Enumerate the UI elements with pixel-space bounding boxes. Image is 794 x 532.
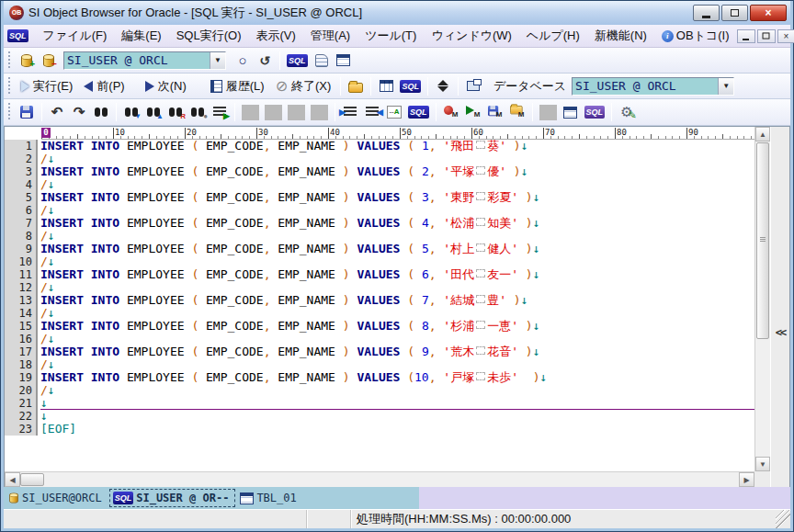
code-line[interactable]: ↓ — [40, 397, 754, 410]
code-line[interactable]: INSERT INTO EMPLOYEE ( EMP_CODE, EMP_NAM… — [40, 294, 754, 307]
outdent-button[interactable]: ◀ — [361, 101, 383, 123]
menu-item[interactable]: ウィンドウ(W) — [424, 25, 518, 47]
mdi-minimize-button[interactable] — [737, 29, 755, 43]
code-line[interactable]: /↓ — [40, 307, 754, 320]
code-line[interactable]: [EOF] — [40, 423, 754, 436]
code-line[interactable]: INSERT INTO EMPLOYEE ( EMP_CODE, EMP_NAM… — [40, 371, 754, 384]
menu-item[interactable]: iOBトコ(I) — [654, 25, 737, 47]
code-line[interactable]: INSERT INTO EMPLOYEE ( EMP_CODE, EMP_NAM… — [40, 217, 754, 230]
goto-line-button[interactable]: ▶ — [209, 101, 231, 123]
window-layout-button[interactable] — [462, 75, 484, 97]
database-combo[interactable]: SI_USER @ ORCL ▼ — [572, 77, 734, 96]
code-line[interactable]: /↓ — [40, 255, 754, 268]
find-button[interactable] — [90, 101, 112, 123]
cancel-query-button[interactable]: ○ — [232, 50, 254, 72]
macro-play-button[interactable]: M — [462, 101, 484, 123]
session-combo[interactable]: SI_USER @ ORCL ▼ — [63, 51, 226, 70]
sql-format-button[interactable]: SQL — [405, 101, 432, 123]
session-combo-dropdown[interactable]: ▼ — [210, 52, 225, 69]
wait-toggle-button[interactable] — [432, 75, 454, 97]
menu-item[interactable]: 表示(V) — [248, 25, 302, 47]
connect-button[interactable]: + — [16, 50, 38, 72]
scroll-right-icon[interactable]: ▶ — [739, 472, 754, 487]
redo-button[interactable]: ↷ — [68, 101, 90, 123]
result-window-button[interactable] — [560, 101, 582, 123]
scroll-up-icon[interactable]: ▲ — [755, 127, 770, 141]
database-combo-dropdown[interactable]: ▼ — [718, 78, 733, 95]
code-line[interactable]: INSERT INTO EMPLOYEE ( EMP_CODE, EMP_NAM… — [40, 165, 754, 178]
case-convert-button[interactable]: --A — [383, 101, 405, 123]
next-button[interactable]: 次(N) — [140, 75, 192, 97]
horizontal-scrollbar[interactable]: ◀ ▶ — [5, 471, 754, 487]
toolbar-grip[interactable] — [7, 103, 12, 121]
run-button[interactable]: 実行(E) — [16, 75, 78, 97]
code-line[interactable]: INSERT INTO EMPLOYEE ( EMP_CODE, EMP_NAM… — [40, 191, 754, 204]
title-bar: OB SI Object Browser for Oracle - [SQL 実… — [4, 1, 790, 25]
macro-record-button[interactable]: M — [440, 101, 462, 123]
menu-item[interactable]: 管理(A) — [303, 25, 357, 47]
code-line[interactable]: /↓ — [40, 384, 754, 397]
sql-exec-window-button[interactable]: SQL — [284, 50, 311, 72]
menu-item[interactable]: ツール(T) — [357, 25, 424, 47]
code-line[interactable]: /↓ — [40, 178, 754, 191]
menu-item[interactable]: ファイル(F) — [36, 25, 115, 47]
code-line[interactable]: /↓ — [40, 153, 754, 165]
prev-button[interactable]: 前(P) — [78, 75, 130, 97]
code-line[interactable]: /↓ — [40, 281, 754, 294]
find-timer-button[interactable]: ● — [187, 101, 209, 123]
end-button[interactable]: ⊘ 終了(X) — [270, 75, 337, 97]
tab-table[interactable]: TBL_01 — [237, 490, 301, 506]
save-button[interactable] — [16, 101, 38, 123]
menu-item[interactable]: 編集(E) — [114, 25, 168, 47]
object-list-button[interactable] — [333, 50, 355, 72]
code-line[interactable]: /↓ — [40, 204, 754, 217]
script-window-button[interactable] — [311, 50, 333, 72]
code-line[interactable]: /↓ — [40, 358, 754, 371]
menu-item[interactable]: ヘルプ(H) — [519, 25, 587, 47]
code-line[interactable]: INSERT INTO EMPLOYEE ( EMP_CODE, EMP_NAM… — [40, 140, 754, 153]
editor-surface[interactable]: 0 102030405060708090 1234567891011121314… — [5, 127, 754, 471]
code-line[interactable]: INSERT INTO EMPLOYEE ( EMP_CODE, EMP_NAM… — [40, 268, 754, 281]
vertical-scroll-thumb[interactable] — [756, 142, 769, 339]
code-line[interactable]: INSERT INTO EMPLOYEE ( EMP_CODE, EMP_NAM… — [40, 243, 754, 255]
toolbar-grip[interactable] — [7, 51, 12, 69]
sql-add-button[interactable]: SQL — [397, 75, 424, 97]
toolbar-grip[interactable] — [7, 77, 12, 95]
expand-panel-button[interactable]: << — [776, 326, 785, 339]
replace-button[interactable]: R — [164, 101, 187, 123]
menu-item[interactable]: SQL実行(O) — [169, 25, 249, 47]
vertical-scrollbar[interactable]: ▲ ▼ — [754, 127, 770, 471]
minimize-button[interactable] — [693, 5, 720, 21]
result-grid-button[interactable] — [375, 75, 397, 97]
find-next-button[interactable]: ▼ — [120, 101, 142, 123]
restore-button[interactable] — [721, 5, 748, 21]
code-line[interactable]: INSERT INTO EMPLOYEE ( EMP_CODE, EMP_NAM… — [40, 345, 754, 358]
line-number: 21 — [5, 397, 36, 410]
scroll-left-icon[interactable]: ◀ — [5, 472, 20, 487]
code-line[interactable]: INSERT INTO EMPLOYEE ( EMP_CODE, EMP_NAM… — [40, 320, 754, 333]
settings-button[interactable]: ⚙✎ — [616, 101, 638, 123]
find-prev-button[interactable]: ▲ — [142, 101, 164, 123]
tab-session[interactable]: SI_USER@ORCL — [6, 490, 108, 506]
menu-item[interactable]: 新機能(N) — [587, 25, 654, 47]
history-button[interactable]: 履歴(L) — [205, 75, 270, 97]
reconnect-button[interactable]: ↺ — [254, 50, 276, 72]
macro-save-button[interactable]: M — [484, 101, 506, 123]
code-line[interactable]: /↓ — [40, 333, 754, 345]
code-line[interactable]: ↓ — [40, 410, 754, 423]
scroll-down-icon[interactable]: ▼ — [755, 457, 770, 471]
resize-grip[interactable] — [776, 510, 790, 528]
macro-open-button[interactable]: M — [506, 101, 528, 123]
horizontal-scroll-thumb[interactable] — [20, 473, 44, 486]
mdi-restore-button[interactable] — [757, 29, 776, 43]
mdi-close-button[interactable]: × — [777, 29, 794, 43]
sql-catalog-button[interactable]: SQL — [582, 101, 608, 123]
undo-button[interactable]: ↶ — [46, 101, 68, 123]
indent-button[interactable]: ▶ — [339, 101, 361, 123]
disconnect-button[interactable]: − — [38, 50, 60, 72]
code-line[interactable]: /↓ — [40, 230, 754, 243]
tab-sql-exec[interactable]: SQL SI_USER @ OR-- — [109, 489, 236, 507]
open-file-button[interactable] — [345, 75, 367, 97]
code-area[interactable]: INSERT INTO EMPLOYEE ( EMP_CODE, EMP_NAM… — [38, 140, 754, 436]
close-button[interactable]: × — [750, 5, 787, 21]
